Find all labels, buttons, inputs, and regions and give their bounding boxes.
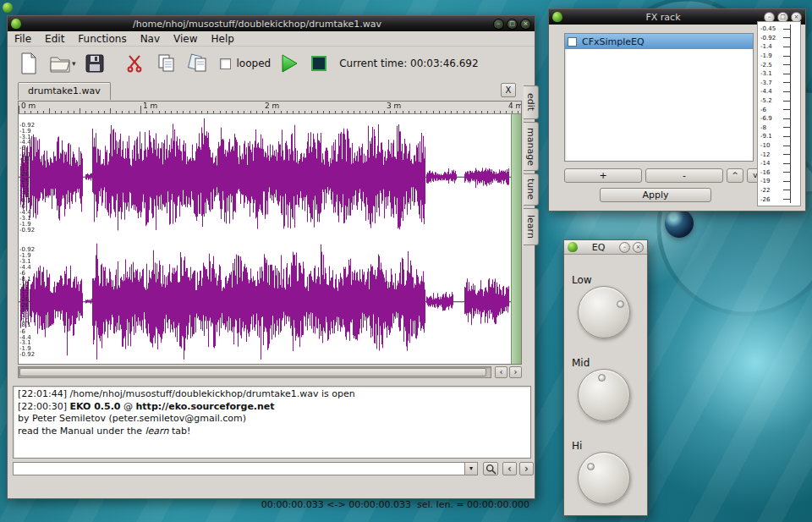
save-floppy-icon bbox=[85, 53, 105, 74]
toolbar: ▾ looped Current time: 00:03:46.692 bbox=[8, 47, 535, 80]
eq-titlebar[interactable]: EQ –× bbox=[564, 240, 647, 255]
fx-item-checkbox[interactable] bbox=[568, 37, 577, 47]
db-scale-row: -0.45 bbox=[760, 25, 800, 34]
menu-help[interactable]: Help bbox=[211, 32, 241, 46]
side-tab-learn[interactable]: learn bbox=[524, 208, 539, 245]
side-tab-edit[interactable]: edit bbox=[524, 85, 539, 119]
paste-button[interactable] bbox=[185, 51, 211, 76]
knob-indicator bbox=[598, 374, 606, 382]
play-button[interactable] bbox=[277, 51, 302, 76]
search-combobox[interactable]: ▾ bbox=[13, 462, 478, 475]
open-dropdown-caret[interactable]: ▾ bbox=[72, 59, 76, 68]
maximize-button[interactable]: □ bbox=[507, 19, 518, 30]
log-line: by Peter Semiletov (peter.semiletov@gmai… bbox=[18, 413, 526, 426]
knob-low[interactable] bbox=[578, 286, 630, 338]
fx-remove-button[interactable]: - bbox=[645, 168, 723, 183]
scrollbar-thumb[interactable] bbox=[19, 368, 486, 376]
combobox-dropdown-icon[interactable]: ▾ bbox=[464, 463, 477, 475]
log-line: read the Manual under the learn tab! bbox=[18, 426, 526, 438]
db-scale-value: -1.4 bbox=[760, 43, 781, 50]
menu-edit[interactable]: Edit bbox=[45, 32, 71, 46]
current-time-label: Current time: 00:03:46.692 bbox=[339, 58, 478, 69]
scroll-right-button[interactable]: › bbox=[509, 366, 522, 378]
save-button[interactable] bbox=[82, 51, 107, 76]
fx-move-up-button[interactable]: ^ bbox=[727, 168, 743, 183]
db-scale-row: -26 bbox=[760, 195, 800, 204]
knob-label-mid: Mid bbox=[572, 357, 590, 369]
next-button[interactable]: › bbox=[519, 462, 534, 475]
knob-mid[interactable] bbox=[578, 369, 630, 421]
cut-button[interactable] bbox=[123, 51, 148, 76]
db-scale-row: -2.5 bbox=[760, 60, 800, 69]
close-button[interactable]: × bbox=[633, 242, 644, 253]
background-app-icon bbox=[3, 3, 13, 13]
horizontal-scrollbar: ‹ › bbox=[18, 366, 522, 378]
side-tab-tune[interactable]: tune bbox=[524, 173, 539, 206]
minimize-button[interactable]: – bbox=[493, 19, 504, 30]
eq-body: LowMidHi bbox=[564, 254, 647, 515]
db-scale-value: -4.4 bbox=[760, 88, 781, 95]
open-file-button[interactable] bbox=[47, 51, 73, 76]
db-scale-row: -9.1 bbox=[760, 132, 800, 141]
open-folder-icon bbox=[49, 53, 71, 74]
db-scale-value: -8 bbox=[760, 124, 781, 131]
db-scale-row: -3.1 bbox=[760, 69, 800, 79]
app-icon bbox=[568, 242, 578, 252]
db-scale-row: -1.9 bbox=[760, 52, 800, 61]
scissors-icon bbox=[126, 54, 145, 73]
prev-button[interactable]: ‹ bbox=[502, 462, 517, 475]
timeline-ruler[interactable] bbox=[19, 102, 521, 114]
db-scale-value: -0.92 bbox=[760, 35, 781, 41]
menubar: FileEditFunctionsNavViewHelp bbox=[8, 31, 535, 47]
scrollbar-track[interactable] bbox=[18, 366, 491, 378]
log-line: [22:00:30] EKO 0.5.0 @ http://eko.source… bbox=[18, 401, 526, 414]
fx-rack-window: FX rack –□× CFxSimpleEQ + - ^ v Apply -0… bbox=[548, 8, 806, 212]
copy-button[interactable] bbox=[154, 51, 179, 76]
db-scale-row: -0.92 bbox=[760, 34, 800, 43]
side-tab-manage[interactable]: manage bbox=[524, 122, 539, 171]
main-titlebar[interactable]: /home/nhoj/musostuff/doublekickhop/drumt… bbox=[8, 16, 535, 31]
fx-list[interactable]: CFxSimpleEQ bbox=[564, 33, 754, 162]
new-file-button[interactable] bbox=[16, 51, 41, 76]
eq-window-title: EQ bbox=[581, 242, 616, 253]
db-scale-row: -8 bbox=[760, 124, 800, 133]
app-icon bbox=[552, 12, 562, 22]
menu-nav[interactable]: Nav bbox=[140, 32, 167, 46]
db-scale-value: -12 bbox=[760, 151, 781, 158]
menu-file[interactable]: File bbox=[14, 32, 38, 46]
main-window-title: /home/nhoj/musostuff/doublekickhop/drumt… bbox=[25, 19, 490, 30]
db-scale-value: -6 bbox=[760, 107, 781, 113]
minimize-button[interactable]: – bbox=[619, 242, 630, 253]
db-scale: -0.45-0.92-1.4-1.9-2.5-3.1-3.7-4.4-5.2-6… bbox=[757, 21, 801, 206]
looped-label: looped bbox=[237, 58, 272, 69]
db-scale-row: -5.2 bbox=[760, 96, 800, 106]
tab-close-button[interactable]: X bbox=[501, 83, 516, 97]
search-button[interactable] bbox=[483, 462, 498, 475]
db-scale-row: -6.9 bbox=[760, 114, 800, 124]
magnifier-icon bbox=[486, 464, 497, 475]
scroll-left-button[interactable]: ‹ bbox=[495, 366, 508, 378]
menu-view[interactable]: View bbox=[173, 32, 204, 46]
db-scale-value: -0.45 bbox=[760, 25, 781, 32]
waveform-panel bbox=[18, 101, 522, 365]
waveform-canvas[interactable] bbox=[19, 114, 511, 364]
fx-list-item[interactable]: CFxSimpleEQ bbox=[565, 34, 753, 49]
tab-drumtake1[interactable]: drumtake1.wav bbox=[18, 82, 111, 100]
desktop: /home/nhoj/musostuff/doublekickhop/drumt… bbox=[0, 0, 812, 522]
db-scale-value: -14 bbox=[760, 160, 781, 167]
db-scale-row: -14 bbox=[760, 159, 800, 168]
db-scale-value: -22 bbox=[760, 187, 781, 194]
knob-hi[interactable] bbox=[578, 452, 630, 504]
fx-add-button[interactable]: + bbox=[564, 168, 642, 183]
vertical-scrollbar[interactable] bbox=[511, 114, 521, 364]
copy-icon bbox=[156, 53, 177, 74]
fx-window-title: FX rack bbox=[566, 12, 760, 23]
looped-checkbox[interactable] bbox=[220, 58, 231, 69]
menu-functions[interactable]: Functions bbox=[78, 32, 133, 46]
stop-button[interactable] bbox=[311, 56, 326, 71]
fx-apply-button[interactable]: Apply bbox=[600, 188, 711, 202]
close-button[interactable]: × bbox=[520, 19, 531, 30]
knob-label-hi: Hi bbox=[572, 440, 582, 452]
db-scale-row: -12 bbox=[760, 150, 800, 159]
status-bar: 00:00:00.033 <-> 00:00:00.033 sel. len. … bbox=[8, 480, 535, 498]
